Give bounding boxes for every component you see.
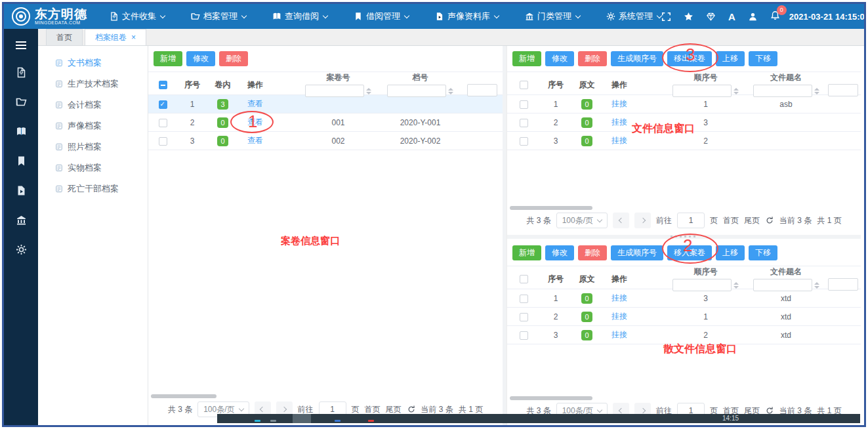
move-down-button[interactable]: 下移 bbox=[749, 245, 777, 260]
row-checkbox[interactable] bbox=[159, 137, 167, 146]
edit-button[interactable]: 修改 bbox=[545, 51, 574, 66]
horizontal-scrollbar[interactable] bbox=[151, 394, 217, 398]
table-row[interactable]: 2 0 挂接 1 xtd bbox=[507, 308, 861, 326]
table-row[interactable]: 3 0 挂接 2 xtd bbox=[507, 326, 861, 344]
gem-icon[interactable] bbox=[706, 12, 716, 22]
menu-borrow-management[interactable]: 借阅管理 bbox=[354, 10, 409, 22]
generate-order-button[interactable]: 生成顺序号 bbox=[611, 51, 663, 66]
rail-archive-management-icon[interactable] bbox=[16, 96, 27, 108]
table-row[interactable]: 3 0 查看 002 2020-Y-002 bbox=[148, 132, 503, 150]
sort-icon[interactable] bbox=[366, 88, 371, 94]
first-page-button[interactable]: 首页 bbox=[365, 404, 381, 415]
table-row[interactable]: 1 0 挂接 3 xtd bbox=[507, 289, 861, 308]
row-checkbox[interactable] bbox=[159, 119, 167, 127]
rail-av-library-icon[interactable] bbox=[16, 185, 27, 196]
tree-item-deceased-cadre-archive[interactable]: 死亡干部档案 bbox=[38, 178, 148, 199]
case-no-filter-input[interactable] bbox=[305, 85, 364, 97]
extra-filter-input[interactable] bbox=[467, 84, 497, 96]
star-icon[interactable] bbox=[684, 12, 693, 22]
tree-item-production-tech-archive[interactable]: 生产技术档案 bbox=[38, 73, 148, 94]
rail-borrow-management-icon[interactable] bbox=[16, 155, 27, 167]
menu-query-borrow[interactable]: 查询借阅 bbox=[272, 10, 327, 22]
row-checkbox[interactable] bbox=[520, 331, 528, 340]
menu-file-collection[interactable]: 文件收集 bbox=[110, 10, 165, 22]
sort-icon[interactable] bbox=[734, 282, 739, 289]
row-checkbox[interactable] bbox=[520, 100, 528, 109]
menu-av-library[interactable]: 声像资料库 bbox=[435, 10, 499, 22]
sort-icon[interactable] bbox=[814, 282, 819, 289]
last-page-button[interactable]: 尾页 bbox=[744, 215, 760, 226]
attach-link[interactable]: 挂接 bbox=[611, 136, 627, 145]
delete-button[interactable]: 删除 bbox=[578, 245, 607, 260]
edit-button[interactable]: 修改 bbox=[545, 245, 574, 260]
attach-link[interactable]: 挂接 bbox=[611, 330, 627, 339]
extra-filter-input[interactable] bbox=[828, 84, 858, 96]
table-row[interactable]: 2 0 查看 001 2020-Y-001 bbox=[148, 113, 503, 132]
row-checkbox[interactable] bbox=[520, 119, 528, 127]
menu-category-management[interactable]: 门类管理 bbox=[525, 10, 580, 22]
select-all-checkbox[interactable] bbox=[520, 81, 528, 89]
menu-system-management[interactable]: 系统管理 bbox=[606, 10, 661, 22]
prev-page-button[interactable] bbox=[613, 213, 629, 228]
last-page-button[interactable]: 尾页 bbox=[386, 404, 402, 415]
tree-item-accounting-archive[interactable]: 会计档案 bbox=[38, 94, 148, 115]
tree-item-photo-archive[interactable]: 照片档案 bbox=[38, 136, 148, 157]
select-all-checkbox[interactable] bbox=[159, 81, 167, 89]
close-icon[interactable]: × bbox=[131, 34, 136, 41]
attach-link[interactable]: 挂接 bbox=[611, 312, 627, 321]
delete-button[interactable]: 删除 bbox=[578, 51, 607, 66]
tree-item-physical-archive[interactable]: 实物档案 bbox=[38, 157, 148, 178]
doc-title-filter-input[interactable] bbox=[753, 85, 812, 97]
notification-bell[interactable]: 0 bbox=[770, 10, 780, 23]
move-down-button[interactable]: 下移 bbox=[749, 51, 777, 66]
row-checkbox[interactable] bbox=[159, 100, 167, 109]
rail-system-management-icon[interactable] bbox=[16, 244, 27, 255]
table-row[interactable]: 1 0 挂接 1 asb bbox=[507, 95, 861, 113]
add-button[interactable]: 新增 bbox=[154, 51, 182, 66]
sort-icon[interactable] bbox=[448, 88, 453, 94]
page-number-input[interactable] bbox=[677, 213, 705, 228]
extra-filter-input[interactable] bbox=[828, 278, 858, 291]
edit-button[interactable]: 修改 bbox=[186, 51, 215, 66]
generate-order-button[interactable]: 生成顺序号 bbox=[611, 245, 663, 260]
tab-home[interactable]: 首页 bbox=[46, 29, 83, 45]
rail-query-borrow-icon[interactable] bbox=[16, 126, 27, 137]
table-row[interactable]: 1 3 查看 bbox=[148, 95, 503, 113]
view-link[interactable]: 查看 bbox=[247, 136, 263, 145]
view-link[interactable]: 查看 bbox=[247, 99, 263, 108]
delete-button[interactable]: 删除 bbox=[219, 51, 248, 66]
row-checkbox[interactable] bbox=[520, 295, 528, 303]
menu-archive-management[interactable]: 档案管理 bbox=[191, 10, 246, 22]
user-icon[interactable] bbox=[748, 12, 758, 22]
order-no-filter-input[interactable] bbox=[672, 279, 732, 291]
add-button[interactable]: 新增 bbox=[512, 51, 541, 66]
doc-title-filter-input[interactable] bbox=[753, 279, 812, 291]
rail-file-collection-icon[interactable] bbox=[16, 67, 27, 78]
move-up-button[interactable]: 上移 bbox=[716, 245, 745, 260]
next-page-button[interactable] bbox=[634, 213, 651, 228]
add-button[interactable]: 新增 bbox=[512, 245, 541, 260]
first-page-button[interactable]: 首页 bbox=[723, 215, 739, 226]
page-size-select[interactable]: 100条/页 bbox=[556, 213, 608, 228]
sort-icon[interactable] bbox=[814, 88, 819, 94]
attach-link[interactable]: 挂接 bbox=[611, 99, 627, 108]
attach-link[interactable]: 挂接 bbox=[611, 117, 627, 127]
select-all-checkbox[interactable] bbox=[520, 275, 528, 283]
tree-item-document-archive[interactable]: 文书档案 bbox=[38, 52, 148, 73]
file-no-filter-input[interactable] bbox=[387, 85, 446, 97]
refresh-icon[interactable] bbox=[407, 405, 416, 414]
row-checkbox[interactable] bbox=[520, 137, 528, 146]
hamburger-menu-icon[interactable] bbox=[16, 39, 26, 51]
horizontal-scrollbar[interactable] bbox=[510, 396, 592, 400]
fullscreen-icon[interactable] bbox=[661, 12, 671, 22]
refresh-icon[interactable] bbox=[765, 216, 774, 225]
move-up-button[interactable]: 上移 bbox=[716, 51, 745, 66]
row-checkbox[interactable] bbox=[520, 313, 528, 321]
rail-category-management-icon[interactable] bbox=[16, 215, 27, 226]
attach-link[interactable]: 挂接 bbox=[611, 293, 627, 302]
tree-item-av-archive[interactable]: 声像档案 bbox=[38, 115, 148, 136]
sort-icon[interactable] bbox=[734, 88, 739, 94]
font-size-tool[interactable]: A bbox=[728, 11, 735, 22]
horizontal-scrollbar[interactable] bbox=[510, 206, 592, 210]
order-no-filter-input[interactable] bbox=[672, 85, 732, 97]
